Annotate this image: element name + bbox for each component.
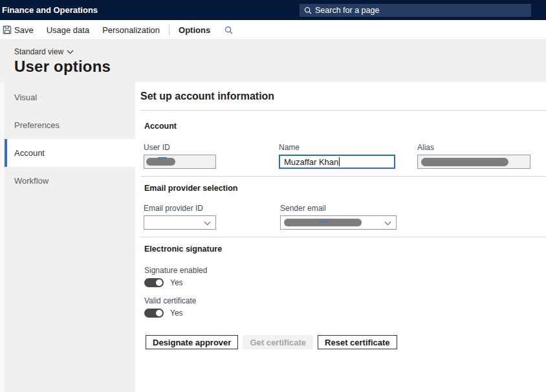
- valid-certificate-row: Yes: [144, 309, 546, 318]
- page-search-box[interactable]: Search for a page: [300, 4, 531, 17]
- text-caret: [339, 157, 340, 166]
- page-header: Standard view User options: [0, 40, 546, 82]
- page-title: User options: [14, 58, 546, 76]
- save-button[interactable]: Save: [0, 20, 40, 39]
- app-window: Finance and Operations Search for a page…: [0, 0, 546, 392]
- divider: [140, 176, 546, 177]
- selected-indicator-bar: [5, 139, 7, 167]
- redaction-blob: [421, 158, 508, 166]
- signature-buttons-row: Designate approver Get certificate Reset…: [146, 335, 546, 349]
- settings-nav-sidebar: Visual Preferences Account Workflow: [5, 82, 135, 392]
- personalization-button[interactable]: Personalization: [96, 20, 166, 39]
- command-bar-divider: [169, 25, 169, 35]
- options-menu-button[interactable]: Options: [172, 20, 217, 39]
- chevron-down-icon: [67, 50, 74, 54]
- view-selector[interactable]: Standard view: [14, 47, 74, 56]
- toggle-knob: [156, 310, 162, 316]
- chevron-down-icon: [384, 221, 391, 226]
- name-input[interactable]: Muzaffar Khan: [279, 155, 395, 169]
- name-label: Name: [279, 143, 395, 152]
- page-body: Visual Preferences Account Workflow Set …: [0, 82, 546, 392]
- alias-input[interactable]: [417, 155, 530, 169]
- toggle-knob: [156, 279, 162, 286]
- user-id-field-group: User ID: [144, 143, 216, 169]
- content-heading: Set up account information: [140, 90, 546, 103]
- save-floppy-icon: [3, 25, 12, 34]
- get-certificate-button[interactable]: Get certificate: [243, 335, 313, 349]
- page-search-placeholder: Search for a page: [315, 6, 379, 15]
- redaction-blob: [284, 219, 362, 226]
- divider: [140, 237, 546, 237]
- chevron-down-icon: [204, 221, 211, 226]
- sidebar-item-label: Preferences: [14, 120, 60, 130]
- signature-enabled-toggle[interactable]: [144, 278, 164, 287]
- email-fields-row: Email provider ID Sender email: [135, 204, 546, 230]
- valid-certificate-label: Valid certificate: [144, 296, 546, 305]
- redaction-detail: [158, 157, 167, 158]
- signature-enabled-state: Yes: [170, 278, 183, 287]
- alias-field-group: Alias: [417, 143, 530, 169]
- sender-email-field-group: Sender email: [280, 204, 397, 230]
- sidebar-item-label: Visual: [14, 93, 37, 102]
- user-id-input[interactable]: [144, 155, 216, 169]
- sidebar-item-account[interactable]: Account: [5, 139, 135, 167]
- top-navigation-bar: Finance and Operations Search for a page: [0, 0, 546, 20]
- redaction-detail: [320, 221, 327, 223]
- email-section-title: Email provider selection: [144, 184, 546, 193]
- sidebar-item-label: Workflow: [14, 176, 49, 186]
- app-title: Finance and Operations: [0, 5, 98, 15]
- sidebar-item-workflow[interactable]: Workflow: [5, 167, 135, 195]
- email-provider-id-combobox[interactable]: [144, 215, 216, 230]
- name-value: Muzaffar Khan: [280, 157, 338, 167]
- signature-enabled-label: Signature enabled: [144, 266, 546, 275]
- sidebar-item-preferences[interactable]: Preferences: [5, 111, 135, 139]
- sidebar-item-label: Account: [14, 148, 45, 158]
- email-provider-id-field-group: Email provider ID: [144, 204, 216, 230]
- signature-section-title: Electronic signature: [144, 245, 546, 254]
- account-fields-row: User ID Name Muzaffar Khan Alias: [135, 143, 546, 169]
- main-content: Set up account information Account User …: [135, 82, 546, 392]
- sender-email-combobox[interactable]: [280, 215, 397, 230]
- search-icon: [304, 6, 312, 14]
- left-edge-strip: [0, 82, 5, 392]
- reset-certificate-button[interactable]: Reset certificate: [318, 335, 397, 349]
- view-selector-label: Standard view: [14, 47, 63, 56]
- command-search-button[interactable]: [217, 20, 243, 39]
- designate-approver-button[interactable]: Designate approver: [146, 335, 238, 349]
- divider: [140, 110, 546, 111]
- sender-email-label: Sender email: [280, 204, 397, 213]
- personalization-label: Personalization: [102, 25, 160, 35]
- sidebar-item-visual[interactable]: Visual: [5, 83, 135, 111]
- usage-data-label: Usage data: [47, 25, 90, 35]
- alias-label: Alias: [417, 143, 530, 152]
- save-button-label: Save: [14, 25, 34, 35]
- valid-certificate-state: Yes: [170, 309, 183, 318]
- signature-enabled-row: Yes: [144, 278, 546, 287]
- name-field-group: Name Muzaffar Khan: [279, 143, 395, 169]
- user-id-label: User ID: [144, 143, 216, 152]
- account-section-title: Account: [144, 122, 546, 131]
- valid-certificate-toggle[interactable]: [144, 309, 164, 318]
- usage-data-button[interactable]: Usage data: [40, 20, 96, 39]
- options-label: Options: [179, 25, 210, 35]
- redaction-blob: [146, 158, 175, 166]
- email-provider-id-label: Email provider ID: [144, 204, 216, 213]
- command-bar: Save Usage data Personalization Options: [0, 20, 546, 40]
- search-icon: [224, 26, 233, 34]
